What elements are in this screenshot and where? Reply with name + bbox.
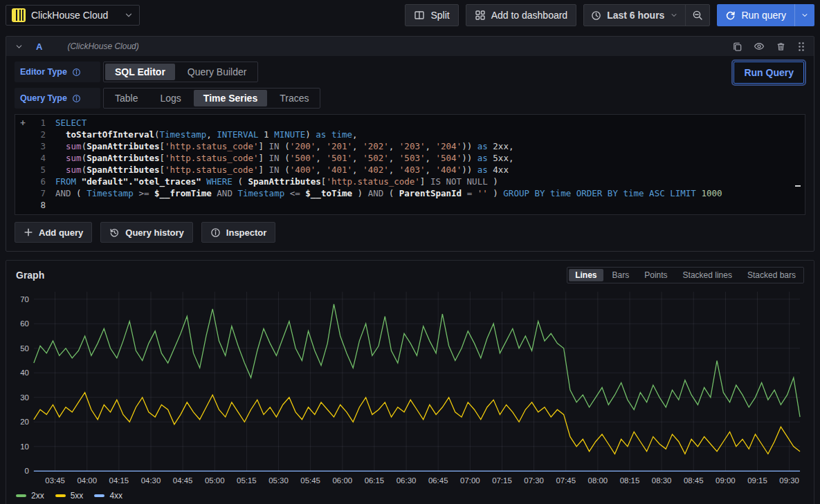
- sql-line-4: 4 sum(SpanAttributes['http.status_code']…: [15, 152, 805, 164]
- info-circle-icon[interactable]: [72, 68, 81, 77]
- editor-type-option-query-builder[interactable]: Query Builder: [178, 64, 257, 80]
- svg-text:70: 70: [20, 295, 29, 304]
- svg-text:06:15: 06:15: [365, 476, 385, 485]
- svg-text:05:00: 05:00: [205, 476, 225, 485]
- query-type-option-logs[interactable]: Logs: [150, 90, 190, 106]
- svg-text:60: 60: [20, 319, 29, 328]
- editor-type-label: Editor Type: [15, 62, 100, 82]
- query-datasource-hint: (ClickHouse Cloud): [67, 41, 138, 51]
- legend-item-4xx[interactable]: 4xx: [94, 491, 122, 501]
- svg-text:06:30: 06:30: [397, 476, 417, 485]
- refresh-icon: [725, 10, 736, 21]
- text-cursor: [795, 185, 801, 187]
- legend-label: 2xx: [31, 491, 44, 501]
- svg-text:40: 40: [20, 368, 29, 377]
- svg-text:08:00: 08:00: [588, 476, 608, 485]
- sql-line-2: 2 toStartOfInterval(Timestamp, INTERVAL …: [15, 129, 805, 140]
- history-icon: [109, 227, 120, 238]
- split-button[interactable]: Split: [405, 4, 458, 26]
- datasource-picker[interactable]: ClickHouse Cloud: [6, 5, 140, 26]
- query-type-label: Query Type: [15, 88, 100, 109]
- legend-swatch-icon: [55, 494, 66, 497]
- add-to-dashboard-label: Add to dashboard: [491, 10, 568, 21]
- query-ref-id[interactable]: A: [36, 41, 42, 52]
- svg-text:05:15: 05:15: [237, 476, 257, 485]
- time-range-label: Last 6 hours: [607, 10, 664, 21]
- add-to-dashboard-button[interactable]: Add to dashboard: [466, 4, 577, 26]
- editor-type-switcher: SQL EditorQuery Builder: [103, 62, 258, 82]
- graph-style-option-stacked-bars[interactable]: Stacked bars: [741, 269, 802, 281]
- zoom-out-icon: [692, 10, 703, 21]
- svg-text:04:30: 04:30: [141, 476, 161, 485]
- svg-text:04:00: 04:00: [77, 476, 97, 485]
- query-history-button[interactable]: Query history: [100, 222, 193, 243]
- svg-text:07:45: 07:45: [556, 476, 576, 485]
- timeseries-chart[interactable]: 01020304050607003:4504:0004:1504:3004:45…: [12, 283, 808, 487]
- run-query-dropdown[interactable]: [794, 4, 814, 26]
- svg-text:06:45: 06:45: [428, 476, 448, 485]
- legend-item-5xx[interactable]: 5xx: [55, 491, 84, 501]
- sql-line-7: 7AND ( Timestamp >= $__fromTime AND Time…: [15, 187, 805, 199]
- svg-text:08:45: 08:45: [684, 476, 704, 485]
- svg-text:09:30: 09:30: [779, 476, 799, 485]
- graph-panel-title: Graph: [16, 270, 44, 281]
- collapse-query-icon[interactable]: [15, 42, 24, 51]
- graph-style-option-points[interactable]: Points: [638, 269, 673, 281]
- sql-line-8: 8: [15, 199, 805, 211]
- delete-query-trash-icon[interactable]: [776, 41, 786, 52]
- legend-swatch-icon: [16, 494, 26, 497]
- add-query-button[interactable]: Add query: [15, 222, 92, 243]
- chart-legend: 2xx5xx4xx: [12, 488, 808, 503]
- inspector-button[interactable]: Inspector: [201, 222, 276, 243]
- time-range-picker[interactable]: Last 6 hours: [584, 5, 685, 26]
- info-circle-icon[interactable]: [72, 94, 81, 103]
- query-type-option-table[interactable]: Table: [105, 90, 147, 106]
- svg-text:20: 20: [20, 418, 29, 426]
- series-line-5xx[interactable]: [34, 393, 800, 454]
- series-line-2xx[interactable]: [34, 304, 800, 417]
- legend-label: 4xx: [109, 491, 122, 501]
- info-circle-icon: [210, 227, 221, 238]
- svg-text:07:30: 07:30: [524, 476, 544, 485]
- svg-text:09:15: 09:15: [747, 476, 767, 485]
- svg-text:0: 0: [25, 467, 29, 475]
- clock-icon: [591, 10, 601, 21]
- run-query-label: Run query: [741, 10, 786, 21]
- svg-text:30: 30: [20, 393, 29, 402]
- zoom-out-time-button[interactable]: [685, 5, 709, 26]
- split-label: Split: [430, 10, 449, 21]
- legend-item-2xx[interactable]: 2xx: [16, 491, 44, 501]
- svg-text:05:45: 05:45: [300, 476, 320, 485]
- sql-code-editor[interactable]: +1SELECT2 toStartOfInterval(Timestamp, I…: [15, 114, 805, 215]
- editor-type-option-sql-editor[interactable]: SQL Editor: [105, 64, 175, 80]
- duplicate-query-icon[interactable]: [732, 41, 742, 52]
- graph-style-switcher: LinesBarsPointsStacked linesStacked bars: [567, 267, 804, 283]
- graph-style-option-stacked-lines[interactable]: Stacked lines: [677, 269, 738, 281]
- run-query-split-button: Run query: [717, 4, 814, 26]
- explore-toolbar: ClickHouse Cloud Split Add to dashboard …: [0, 0, 820, 30]
- svg-text:08:30: 08:30: [652, 476, 672, 485]
- sql-line-5: 5 sum(SpanAttributes['http.status_code']…: [15, 164, 805, 176]
- query-type-option-time-series[interactable]: Time Series: [194, 90, 267, 106]
- query-row-header: A (ClickHouse Cloud): [6, 37, 814, 56]
- run-query-editor-button[interactable]: Run Query: [734, 62, 804, 84]
- svg-text:09:00: 09:00: [716, 476, 736, 485]
- query-editor-container: A (ClickHouse Cloud) Editor Type: [6, 36, 814, 252]
- svg-text:04:15: 04:15: [109, 476, 129, 485]
- query-type-option-traces[interactable]: Traces: [270, 90, 318, 106]
- legend-label: 5xx: [71, 491, 84, 501]
- sql-line-3: 3 sum(SpanAttributes['http.status_code']…: [15, 140, 805, 152]
- query-actions-row: Add query Query history Inspector: [15, 215, 805, 244]
- svg-text:08:15: 08:15: [620, 476, 640, 485]
- run-query-button[interactable]: Run query: [717, 4, 794, 26]
- datasource-name: ClickHouse Cloud: [31, 10, 118, 21]
- svg-text:05:30: 05:30: [268, 476, 289, 485]
- graph-style-option-bars[interactable]: Bars: [606, 269, 636, 281]
- clickhouse-logo-icon: [12, 8, 26, 22]
- time-picker-group: Last 6 hours: [583, 4, 710, 26]
- graph-style-option-lines[interactable]: Lines: [569, 269, 603, 281]
- hide-query-eye-icon[interactable]: [754, 41, 765, 52]
- drag-handle-icon[interactable]: [797, 41, 805, 52]
- svg-text:07:15: 07:15: [492, 476, 512, 485]
- sql-line-6: 6FROM "default"."otel_traces" WHERE ( Sp…: [15, 176, 805, 187]
